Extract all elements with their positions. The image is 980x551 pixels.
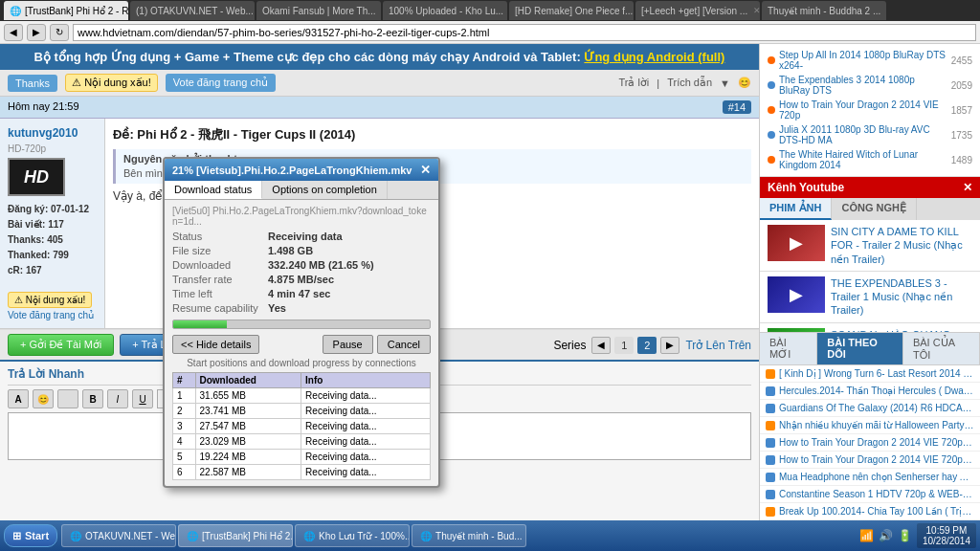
tab-leech[interactable]: [+Leech +get] [Version ... ✕	[635, 1, 760, 20]
browser-tab-bar: 🌐 [TrustBank] Phi Hổ 2 - Ri... ✕ (1) OTA…	[0, 0, 980, 21]
prev-page-button[interactable]: ◀	[591, 337, 611, 354]
italic-button[interactable]: I	[107, 389, 128, 408]
sidebar-link-2[interactable]: The Expendables 3 2014 1080p BluRay DTS …	[768, 73, 972, 98]
table-row: 4 23.029 MB Receiving data...	[173, 434, 431, 450]
start-button[interactable]: ⊞ Start	[4, 524, 57, 547]
sidebar-link-1[interactable]: Step Up All In 2014 1080p BluRay DTS x26…	[768, 48, 972, 73]
yt-item-2[interactable]: ▶ THE EXPENDABLES 3 - Trailer 1 Music (N…	[760, 272, 980, 323]
yt-item-1[interactable]: ▶ SIN CITY A DAME TO KILL FOR - Trailer …	[760, 220, 980, 272]
post-content: Đề: Phi Hổ 2 - 飛虎II - Tiger Cups II (201…	[105, 119, 759, 328]
dialog-tab-status[interactable]: Download status	[165, 181, 262, 199]
dialog-close-button[interactable]: ✕	[420, 163, 431, 177]
cancel-button[interactable]: Cancel	[377, 335, 431, 354]
emoji-btn[interactable]: 😊	[33, 389, 54, 408]
list-item[interactable]: Constantine Season 1 HDTV 720p & WEB-DL …	[760, 486, 980, 503]
conn-num: 4	[173, 434, 196, 450]
format-btn-clear[interactable]	[57, 389, 78, 408]
username[interactable]: kutunvg2010	[8, 126, 97, 140]
forward-button[interactable]: ▶	[27, 24, 46, 41]
table-row: 1 31.655 MB Receiving data...	[173, 388, 431, 404]
noi-dung-xau-inline[interactable]: ⚠ Nội dung xấu!	[8, 292, 92, 308]
tab-uploaded[interactable]: 100% Uploaded - Kho Lu... ✕	[383, 1, 507, 20]
tra-loi-link[interactable]: Trả lời	[618, 77, 649, 89]
user-sidebar: kutunvg2010 HD-720p HD Đăng ký: 07-01-12…	[0, 119, 105, 328]
connections-table: # Downloaded Info 1 31.655 MB Receiving …	[172, 372, 431, 480]
list-item[interactable]: Hercules.2014- Thần Thoại Hercules ( Dwa…	[760, 383, 980, 400]
post-header-bar: Hôm nay 21:59 #14	[0, 97, 759, 119]
taskbar-item-4[interactable]: 🌐 Thuyết minh - Bud...	[412, 524, 526, 547]
page-2-button[interactable]: 2	[637, 337, 657, 354]
taskbar-item-1[interactable]: 🌐 OTAKUVN.NET - We...	[61, 524, 176, 547]
link-text-1: Step Up All In 2014 1080p BluRay DTS x26…	[779, 50, 947, 71]
tab-icon: 🌐	[10, 6, 21, 16]
pause-button[interactable]: Pause	[323, 335, 373, 354]
btd-tab-bai-theo-doi[interactable]: BÀI THEO DÕI	[817, 333, 903, 364]
noi-dung-xau-button[interactable]: ⚠ Nội dung xấu!	[65, 74, 158, 92]
tab-phim-anh[interactable]: PHIM ẢNH	[760, 198, 832, 220]
page-1-button[interactable]: 1	[614, 337, 634, 354]
tab-buddha[interactable]: Thuyết minh - Buddha 2 ... ✕	[762, 1, 886, 20]
thanks-button[interactable]: Thanks	[8, 75, 57, 92]
more-actions-icon[interactable]: ▼	[720, 77, 730, 89]
table-row: 5 19.224 MB Receiving data...	[173, 450, 431, 465]
dialog-resume-row: Resume capability Yes	[172, 302, 431, 314]
browser-icon-1: 🌐	[70, 531, 81, 541]
taskbar-item-2[interactable]: 🌐 [TrustBank] Phi Hổ 2...	[178, 524, 293, 547]
dialog-tab-options[interactable]: Options on completion	[262, 181, 387, 199]
list-item[interactable]: [ Kinh Dị ] Wrong Turn 6- Last Resort 20…	[760, 365, 980, 383]
tab-otaku[interactable]: (1) OTAKUVN.NET - Web... ✕	[130, 1, 255, 20]
back-button[interactable]: ◀	[4, 24, 23, 41]
volume-icon: 🔊	[879, 528, 894, 543]
sidebar-link-4[interactable]: Julia X 2011 1080p 3D Blu-ray AVC DTS-HD…	[768, 122, 972, 147]
dialog-timeleft-row: Time left 4 min 47 sec	[172, 288, 431, 299]
hd-badge: HD	[8, 158, 65, 196]
dot-icon-2	[768, 81, 775, 89]
vote-button[interactable]: Vote đăng trang chủ	[166, 74, 276, 92]
hide-details-button[interactable]: << Hide details	[172, 335, 259, 354]
sidebar-link-5[interactable]: The White Haired Witch of Lunar Kingdom …	[768, 147, 972, 172]
user-mention: 😊	[738, 77, 751, 89]
url-input[interactable]	[73, 24, 976, 41]
dialog-filesize-row: File size 1.498 GB	[172, 245, 431, 256]
system-clock[interactable]: 10:59 PM 10/28/2014	[917, 523, 976, 548]
android-apps-link[interactable]: Ứng dụng Android (full)	[584, 50, 724, 64]
windows-logo-icon: ⊞	[12, 530, 21, 542]
browser-content: Bộ tổng hợp Ứng dụng + Game + Theme cực …	[0, 44, 980, 520]
tro-len-tren-link[interactable]: Trở Lên Trên	[685, 339, 751, 352]
sidebar-link-3[interactable]: How to Train Your Dragon 2 2014 VIE 720p…	[768, 98, 972, 122]
bai-theo-doi-section: BÀI MỚI BÀI THEO DÕI BÀI CỦA TÔI [ Kinh …	[760, 332, 980, 520]
tab-close-icon[interactable]: ✕	[753, 6, 760, 15]
list-item[interactable]: Guardians Of The Galaxy (2014) R6 HDCAM …	[760, 400, 980, 417]
list-item[interactable]: Nhận nhiều khuyến mãi từ Halloween Party…	[760, 417, 980, 434]
vote-inline[interactable]: Vote đăng trang chủ	[8, 310, 94, 320]
network-icon: 📶	[859, 528, 875, 543]
link-text-3: How to Train Your Dragon 2 2014 VIE 720p	[779, 99, 947, 121]
youtube-close-icon[interactable]: ✕	[963, 181, 972, 194]
font-style-btn[interactable]: A	[8, 389, 29, 408]
taskbar-item-3[interactable]: 🌐 Kho Lưu Trữ - 100%...	[295, 524, 410, 547]
yt-title-2: THE EXPENDABLES 3 - Trailer 1 Music (Nhạ…	[831, 276, 972, 318]
next-page-button[interactable]: ▶	[660, 337, 679, 354]
list-item[interactable]: Break Up 100.2014- Chia Tay 100 Lần ( Tr…	[760, 503, 980, 520]
download-progress-bar	[172, 320, 431, 329]
underline-button[interactable]: U	[132, 389, 153, 408]
trich-dan-link[interactable]: Trích dẫn	[667, 77, 712, 89]
btd-tab-bai-cua-toi[interactable]: BÀI CỦA TÔI	[903, 333, 980, 364]
list-item[interactable]: How to Train Your Dragon 2 2014 VIE 720p…	[760, 452, 980, 469]
tab-trustbank[interactable]: 🌐 [TrustBank] Phi Hổ 2 - Ri... ✕	[4, 1, 128, 20]
right-sidebar: Step Up All In 2014 1080p BluRay DTS x26…	[760, 44, 980, 520]
list-item[interactable]: Mua Headphone nên chọn Senherser hay Aud…	[760, 469, 980, 486]
tab-okami[interactable]: Okami Fansub | More Th... ✕	[256, 1, 381, 20]
btd-tab-bai-moi[interactable]: BÀI MỚI	[760, 333, 817, 364]
gui-de-tai-button[interactable]: + Gởi Đề Tài Mới	[8, 334, 114, 356]
link-text-4: Julia X 2011 1080p 3D Blu-ray AVC DTS-HD…	[779, 124, 947, 145]
list-item[interactable]: How to Train Your Dragon 2 2014 VIE 720p…	[760, 434, 980, 452]
post-wrapper: Hôm nay 21:59 #14 kutunvg2010 HD-720p HD…	[0, 97, 759, 328]
reload-button[interactable]: ↻	[50, 24, 69, 41]
tab-onepiece[interactable]: [HD Remake] One Piece f... ✕	[509, 1, 634, 20]
tab-cong-nghe[interactable]: CÔNG NGHỆ	[832, 198, 917, 220]
conn-num: 6	[173, 465, 196, 480]
yt-item-3[interactable]: ▶ SCANDAL: HÀO QUANG TRỞ LẠI - Teaser Tr…	[760, 323, 980, 332]
bold-button[interactable]: B	[82, 389, 103, 408]
btd-dot-icon	[766, 490, 775, 499]
